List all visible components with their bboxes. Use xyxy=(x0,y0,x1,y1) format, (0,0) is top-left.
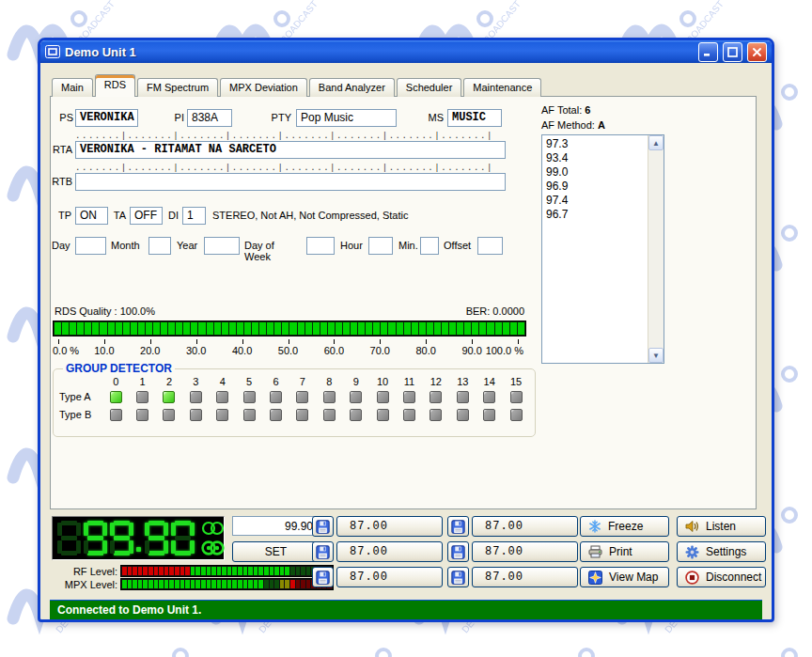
quality-segment xyxy=(479,322,486,335)
display-digit xyxy=(145,521,168,555)
tab-main[interactable]: Main xyxy=(52,78,93,97)
set-button[interactable]: SET xyxy=(232,541,320,562)
maximize-button[interactable] xyxy=(723,42,742,62)
meter-segment xyxy=(175,567,180,575)
af-list-item[interactable]: 97.4 xyxy=(546,194,648,208)
scale-tick xyxy=(150,339,151,344)
group-led-indicator xyxy=(377,409,389,421)
quality-segment xyxy=(207,322,213,335)
tab-mpx-deviation[interactable]: MPX Deviation xyxy=(220,78,307,97)
group-detector-title: GROUP DETECTOR xyxy=(63,362,175,375)
af-listbox[interactable]: 97.393.499.096.997.496.7 ▲ ▼ xyxy=(541,134,664,364)
quality-segment xyxy=(289,322,296,335)
button-label: Freeze xyxy=(608,520,643,533)
ta-field[interactable]: OFF xyxy=(130,207,163,225)
day-label: Day xyxy=(52,240,73,251)
di-field[interactable]: 1 xyxy=(182,207,206,225)
meter-segment xyxy=(185,580,190,588)
hour-field[interactable] xyxy=(368,237,393,255)
save-preset-button[interactable] xyxy=(312,516,334,537)
display-segment xyxy=(145,540,149,554)
display-segment xyxy=(148,536,164,540)
offset-field[interactable] xyxy=(477,237,503,255)
day-of-week-field[interactable] xyxy=(306,237,335,255)
close-button[interactable] xyxy=(747,42,767,62)
tab-fm-spectrum[interactable]: FM Spectrum xyxy=(137,78,218,97)
tab-maintenance[interactable]: Maintenance xyxy=(463,78,541,97)
ta-label: TA xyxy=(111,210,126,221)
save-preset-button[interactable] xyxy=(447,516,469,537)
preset-frequency-button[interactable]: 87.00 xyxy=(472,567,578,587)
group-led-cell xyxy=(343,391,369,403)
af-list-item[interactable]: 99.0 xyxy=(546,165,648,180)
scroll-up-icon[interactable]: ▲ xyxy=(648,135,664,150)
disconnect-button[interactable]: Disconnect xyxy=(677,567,766,587)
scroll-down-icon[interactable]: ▼ xyxy=(648,348,664,363)
title-bar[interactable]: Demo Unit 1 xyxy=(40,40,772,63)
preset-frequency-button[interactable]: 87.00 xyxy=(336,516,443,537)
preset-frequency-button[interactable]: 87.00 xyxy=(336,567,443,587)
scale-label: 20.0 xyxy=(132,345,169,356)
group-led-cell xyxy=(369,391,396,403)
pty-field[interactable]: Pop Music xyxy=(296,109,397,127)
save-preset-button[interactable] xyxy=(447,567,469,587)
save-preset-button[interactable] xyxy=(447,541,469,562)
quality-segment xyxy=(366,322,372,335)
preset-frequency-button[interactable]: 87.00 xyxy=(472,541,578,562)
minimize-button[interactable] xyxy=(698,42,718,62)
af-list-item[interactable]: 97.3 xyxy=(546,137,648,151)
group-led-cell xyxy=(129,409,155,421)
af-method: AF Method: A xyxy=(541,119,605,131)
quality-segment xyxy=(419,322,426,335)
rta-field[interactable]: VERONIKA - RITAMAT NA SARCETO xyxy=(75,141,506,159)
view-map-button[interactable]: View Map xyxy=(580,567,669,587)
af-list-item[interactable]: 93.4 xyxy=(546,151,648,165)
print-button[interactable]: Print xyxy=(580,541,669,562)
af-list-item[interactable]: 96.7 xyxy=(546,208,648,222)
day-field[interactable] xyxy=(75,237,106,255)
group-led-cell xyxy=(476,391,502,403)
min-field[interactable] xyxy=(420,237,439,255)
preset-frequency-button[interactable]: 87.00 xyxy=(336,541,443,562)
meter-segment xyxy=(191,580,195,588)
group-led-cell xyxy=(449,409,476,421)
save-preset-button[interactable] xyxy=(312,567,334,587)
listen-button[interactable]: Listen xyxy=(677,516,766,537)
tab-band-analyzer[interactable]: Band Analyzer xyxy=(309,78,395,97)
ms-field[interactable]: MUSIC xyxy=(447,109,502,127)
meter-segment xyxy=(238,580,242,588)
quality-segment xyxy=(108,322,115,335)
quality-segment xyxy=(252,322,258,335)
group-column-header: 12 xyxy=(423,376,449,387)
quality-segment xyxy=(229,322,236,335)
af-scrollbar[interactable]: ▲ ▼ xyxy=(648,135,664,363)
pi-field[interactable]: 838A xyxy=(187,109,232,127)
group-led-cell xyxy=(503,391,529,403)
rtb-field[interactable] xyxy=(75,173,506,191)
frequency-input[interactable]: 99.90 xyxy=(232,516,320,536)
meter-segment xyxy=(232,567,237,575)
display-segment xyxy=(148,551,164,555)
settings-button[interactable]: Settings xyxy=(677,541,766,562)
group-led-cell xyxy=(129,391,155,403)
pty-label: PTY xyxy=(265,112,291,123)
save-preset-button[interactable] xyxy=(312,541,334,562)
display-segment xyxy=(87,551,103,555)
tab-rds[interactable]: RDS xyxy=(95,74,135,97)
meter-segment xyxy=(195,567,200,575)
af-list-item[interactable]: 96.9 xyxy=(546,180,648,194)
year-field[interactable] xyxy=(204,237,240,255)
group-led-indicator xyxy=(136,409,148,421)
freeze-button[interactable]: Freeze xyxy=(580,516,669,537)
tab-scheduler[interactable]: Scheduler xyxy=(397,78,462,97)
month-field[interactable] xyxy=(148,237,171,255)
group-led-cell xyxy=(182,391,209,403)
tp-field[interactable]: ON xyxy=(75,207,108,225)
quality-segment xyxy=(328,322,335,335)
preset-frequency-button[interactable]: 87.00 xyxy=(472,516,578,537)
quality-segment xyxy=(464,322,471,335)
quality-segment xyxy=(123,322,130,335)
meter-segment xyxy=(201,580,206,588)
group-column-header: 0 xyxy=(102,376,129,387)
ps-field[interactable]: VERONIKA xyxy=(75,109,138,127)
